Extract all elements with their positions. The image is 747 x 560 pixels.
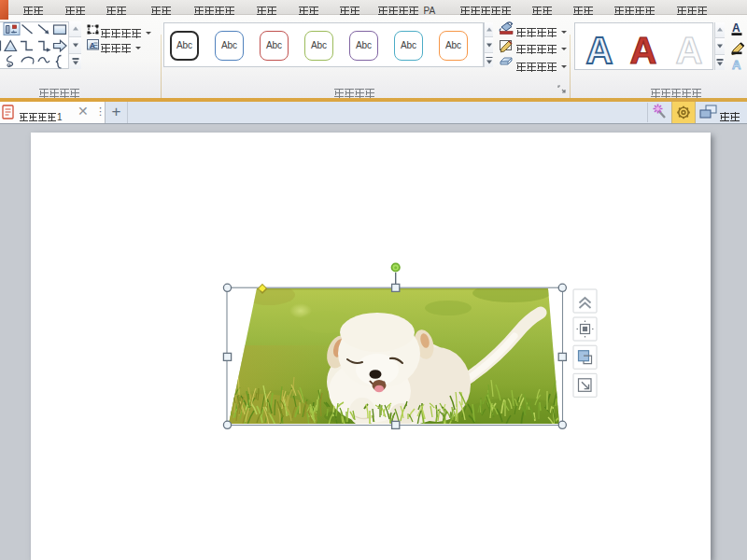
svg-text:A: A — [630, 30, 657, 70]
svg-text:A: A — [676, 30, 703, 70]
svg-text:A: A — [732, 58, 741, 72]
svg-text:A: A — [586, 30, 613, 70]
svg-text:A: A — [732, 21, 740, 35]
